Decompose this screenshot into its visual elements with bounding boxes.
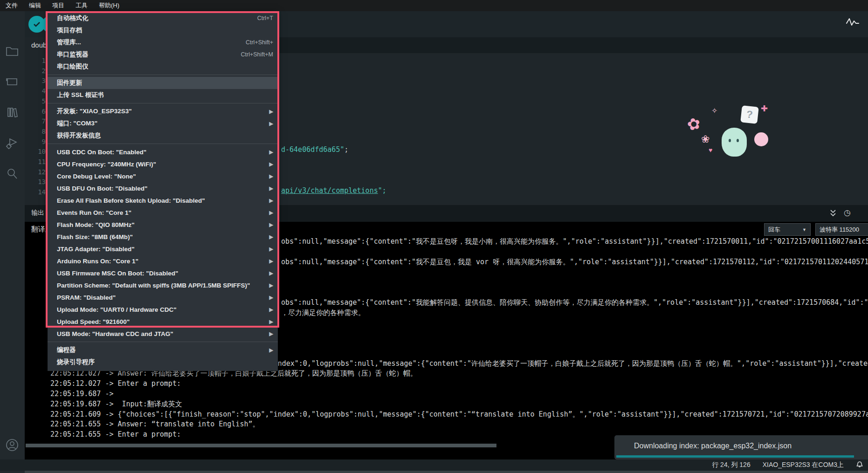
menu-item-label: USB Mode: "Hardware CDC and JTAG" <box>57 330 173 337</box>
menu-item-label: Core Debug Level: "None" <box>57 173 136 180</box>
download-progress-bar <box>616 455 868 458</box>
menu-item-label: 开发板: "XIAO_ESP32S3" <box>57 107 132 116</box>
console-line-fragment: obs":null,"message":{"content":"我能解答问题、提… <box>281 298 868 308</box>
menu-item[interactable]: USB Mode: "Hardware CDC and JTAG"▶ <box>48 328 278 340</box>
cursor-position: 行 24, 列 126 <box>712 461 751 469</box>
line-number: 8 <box>33 127 46 137</box>
menu-item-label: Arduino Runs On: "Core 1" <box>57 258 138 265</box>
menu-item[interactable]: Core Debug Level: "None"▶ <box>48 170 278 182</box>
menu-item-shortcut: Ctrl+Shift+M <box>241 51 273 58</box>
sketchbook-folder-icon[interactable] <box>5 44 19 58</box>
line-number: 11 <box>33 157 46 167</box>
line-number: 2 <box>33 66 46 76</box>
flower-icon: ✿ <box>685 113 703 135</box>
menubar-item[interactable]: 编辑 <box>23 0 47 11</box>
menubar-item[interactable]: 工具 <box>70 0 93 11</box>
notification-text: Downloading index: package_esp32_index.j… <box>634 442 792 450</box>
sparkle-icon: ✧ <box>711 106 717 115</box>
menu-item-label: 编程器 <box>57 346 76 354</box>
serial-plotter-icon[interactable] <box>846 15 860 28</box>
menu-item[interactable]: 自动格式化Ctrl+T <box>48 12 278 24</box>
code-fragment-api-key: d-64e06dfd6a65"; <box>281 145 349 154</box>
menu-item[interactable]: 串口监视器Ctrl+Shift+M <box>48 48 278 61</box>
menubar-item[interactable]: 文件 <box>0 0 23 11</box>
flower-icon: ❀ <box>701 133 710 145</box>
menu-item[interactable]: 烧录引导程序 <box>48 356 278 368</box>
status-bar: 行 24, 列 126 XIAO_ESP32S3 在COM3上 <box>0 459 868 471</box>
menubar-item[interactable]: 帮助(H) <box>93 0 125 11</box>
menubar-item[interactable]: 项目 <box>47 0 70 11</box>
menu-separator <box>48 103 278 103</box>
menu-item-label: USB DFU On Boot: "Disabled" <box>57 185 147 192</box>
menu-item[interactable]: Partition Scheme: "Default with spiffs (… <box>48 279 278 291</box>
menu-item[interactable]: Upload Mode: "UART0 / Hardware CDC"▶ <box>48 303 278 315</box>
menu-item-label: 端口: "COM3" <box>57 119 97 128</box>
menu-item-label: Upload Speed: "921600" <box>57 318 130 325</box>
horizontal-scrollbar[interactable] <box>26 444 496 447</box>
account-icon[interactable] <box>5 438 19 452</box>
menu-item[interactable]: 上传 SSL 根证书 <box>48 89 278 101</box>
line-number: 14 <box>33 187 46 198</box>
line-number: 13 <box>33 177 46 187</box>
line-number: 12 <box>33 167 46 178</box>
output-tab[interactable]: 输出 <box>31 209 44 217</box>
menu-item-shortcut: Ctrl+Shift+ <box>246 39 273 46</box>
heart-icon: ♥ <box>709 146 712 154</box>
menu-item-label: JTAG Adapter: "Disabled" <box>57 246 135 253</box>
boards-manager-icon[interactable] <box>5 75 19 89</box>
console-line: 22:05:21.609 -> {"choices":[{"finish_rea… <box>25 410 868 420</box>
menu-item-label: Events Run On: "Core 1" <box>57 209 131 216</box>
menu-item-label: Flash Size: "8MB (64Mb)" <box>57 233 133 240</box>
menu-item-label: 串口监视器 <box>57 50 89 59</box>
menu-item[interactable]: 管理库...Ctrl+Shift+ <box>48 36 278 48</box>
timestamp-toggle-icon[interactable]: ◷ <box>844 208 855 218</box>
menu-item[interactable]: USB CDC On Boot: "Enabled"▶ <box>48 146 278 158</box>
line-number: 3 <box>33 76 46 86</box>
menu-item[interactable]: 编程器▶ <box>48 344 278 356</box>
menu-item[interactable]: 串口绘图仪 <box>48 61 278 73</box>
menu-item-label: PSRAM: "Disabled" <box>57 294 116 301</box>
line-number: 4 <box>33 86 46 96</box>
menu-item[interactable]: 固件更新 <box>48 77 278 89</box>
submenu-arrow-icon: ▶ <box>269 258 273 264</box>
menu-item[interactable]: PSRAM: "Disabled"▶ <box>48 291 278 303</box>
menu-item[interactable]: Upload Speed: "921600"▶ <box>48 315 278 328</box>
debug-icon[interactable] <box>5 136 19 150</box>
board-port-status[interactable]: XIAO_ESP32S3 在COM3上 <box>763 461 844 469</box>
menu-item-label: Flash Mode: "QIO 80MHz" <box>57 221 135 228</box>
menu-item[interactable]: Events Run On: "Core 1"▶ <box>48 206 278 219</box>
menu-item[interactable]: Flash Mode: "QIO 80MHz"▶ <box>48 219 278 231</box>
line-ending-dropdown[interactable]: 回车▼ <box>764 223 811 236</box>
submenu-arrow-icon: ▶ <box>269 307 273 313</box>
submenu-arrow-icon: ▶ <box>269 295 273 301</box>
line-number: 1 <box>33 56 46 66</box>
submenu-arrow-icon: ▶ <box>269 198 273 204</box>
menu-item[interactable]: USB DFU On Boot: "Disabled"▶ <box>48 182 278 194</box>
menu-separator <box>48 144 278 144</box>
menu-item-label: Erase All Flash Before Sketch Upload: "D… <box>57 197 205 204</box>
menu-item[interactable]: 开发板: "XIAO_ESP32S3"▶ <box>48 105 278 117</box>
menu-item[interactable]: 获得开发板信息 <box>48 130 278 142</box>
console-line-fragment: obs":null,"message":{"content":"我不是豆包，我是… <box>281 257 868 267</box>
submenu-arrow-icon: ▶ <box>269 331 273 337</box>
baud-rate-dropdown[interactable]: 波特率 115200▼ <box>815 223 868 236</box>
menu-item[interactable]: JTAG Adapter: "Disabled"▶ <box>48 243 278 255</box>
menu-item[interactable]: 项目存档 <box>48 24 278 36</box>
menu-item[interactable]: CPU Frequency: "240MHz (WiFi)"▶ <box>48 158 278 170</box>
line-numbers: 1234567891011121314 <box>33 56 46 198</box>
menu-item-label: CPU Frequency: "240MHz (WiFi)" <box>57 161 156 168</box>
menu-item-label: 项目存档 <box>57 26 82 34</box>
search-icon[interactable] <box>5 167 19 181</box>
notifications-bell-icon[interactable] <box>856 461 863 470</box>
menu-item-label: 烧录引导程序 <box>57 358 95 366</box>
collapse-panel-icon[interactable] <box>828 208 839 218</box>
menu-item[interactable]: Arduino Runs On: "Core 1"▶ <box>48 255 278 267</box>
menu-separator <box>48 342 278 342</box>
library-manager-icon[interactable] <box>5 105 19 119</box>
menu-item[interactable]: Erase All Flash Before Sketch Upload: "D… <box>48 194 278 206</box>
menu-item[interactable]: USB Firmware MSC On Boot: "Disabled"▶ <box>48 267 278 279</box>
menu-item[interactable]: 端口: "COM3"▶ <box>48 117 278 130</box>
submenu-arrow-icon: ▶ <box>269 234 273 240</box>
submenu-arrow-icon: ▶ <box>269 210 273 216</box>
menu-item[interactable]: Flash Size: "8MB (64Mb)"▶ <box>48 231 278 243</box>
